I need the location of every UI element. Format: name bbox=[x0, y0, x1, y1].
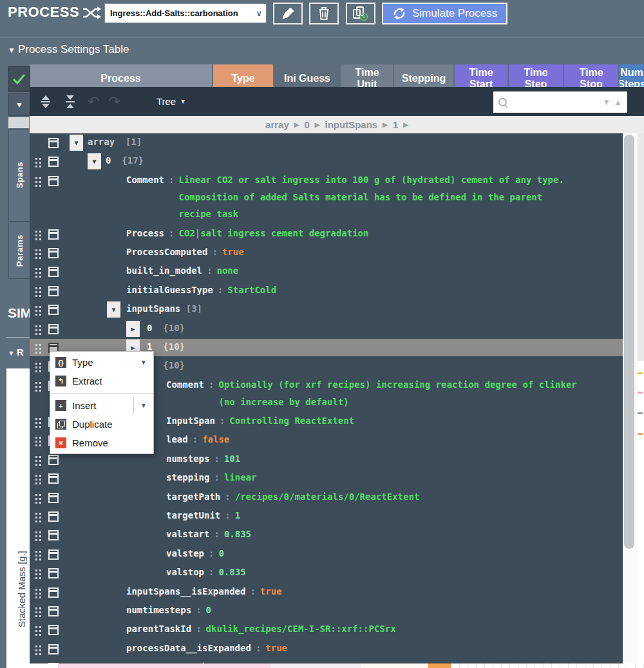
drag-handle[interactable] bbox=[35, 437, 37, 439]
row-actions-button[interactable] bbox=[48, 606, 59, 616]
row-actions-button[interactable] bbox=[48, 176, 59, 186]
drag-handle[interactable] bbox=[35, 569, 37, 571]
json-value[interactable]: ingress bbox=[200, 658, 238, 663]
collapse-node-icon[interactable]: ▼ bbox=[88, 153, 101, 169]
undo-button[interactable]: ↶ bbox=[88, 95, 99, 108]
row-actions-button[interactable] bbox=[48, 587, 59, 598]
drag-handle[interactable] bbox=[35, 456, 37, 458]
row-actions-button[interactable] bbox=[48, 530, 59, 540]
drag-handle[interactable] bbox=[35, 158, 37, 160]
drag-handle[interactable] bbox=[35, 626, 37, 628]
scrollbar-thumb[interactable] bbox=[624, 135, 634, 549]
json-value[interactable]: StartCold bbox=[227, 282, 276, 299]
drag-handle[interactable] bbox=[35, 494, 37, 496]
drag-handle[interactable] bbox=[35, 589, 37, 591]
edit-process-button[interactable] bbox=[273, 3, 303, 24]
drag-handle[interactable] bbox=[35, 287, 37, 289]
json-value[interactable]: Controlling ReactExtent bbox=[229, 412, 354, 430]
row-actions-button[interactable] bbox=[48, 138, 59, 148]
context-menu-item-insert[interactable]: +Insert▼ bbox=[50, 396, 153, 415]
search-box[interactable]: ▼ ▲ bbox=[493, 91, 628, 113]
json-value[interactable]: true bbox=[260, 583, 282, 600]
row-actions-button[interactable] bbox=[48, 248, 59, 258]
collapse-triangle-icon: ▼ bbox=[8, 46, 15, 55]
row-actions-button[interactable] bbox=[48, 568, 59, 578]
json-value[interactable]: 0 bbox=[206, 602, 211, 619]
redo-button[interactable]: ↷ bbox=[108, 95, 120, 108]
json-value[interactable]: false bbox=[202, 431, 229, 448]
process-settings-section-header[interactable]: ▼Process Settings Table bbox=[8, 43, 129, 56]
drag-handle[interactable] bbox=[35, 551, 37, 553]
collapse-node-icon[interactable]: ▼ bbox=[107, 301, 120, 318]
row-actions-button[interactable] bbox=[48, 625, 59, 635]
json-value[interactable]: dkulik_recipes/CEM-I-SR::xrf::PCSrx bbox=[206, 620, 396, 638]
row-actions-button[interactable] bbox=[48, 305, 59, 315]
select-all-cell[interactable] bbox=[8, 66, 30, 92]
drag-handle[interactable] bbox=[35, 645, 37, 647]
row-actions-button[interactable] bbox=[48, 644, 59, 654]
mode-select[interactable]: Tree ▼ bbox=[156, 96, 186, 107]
row-actions-button[interactable] bbox=[48, 267, 59, 277]
drag-handle[interactable] bbox=[35, 231, 37, 233]
json-value[interactable]: 0.835 bbox=[218, 564, 245, 581]
delete-process-button[interactable] bbox=[309, 3, 339, 24]
process-select[interactable]: Ingress::Add-Salts::carbonation ∨ bbox=[104, 3, 267, 23]
json-value[interactable]: /recipes/0/materials/0/ReactExtent bbox=[235, 488, 420, 506]
drag-handle[interactable] bbox=[35, 249, 37, 251]
drag-handle[interactable] bbox=[35, 418, 37, 420]
row-actions-button[interactable] bbox=[48, 549, 59, 560]
row-group-spans[interactable]: Spans bbox=[8, 129, 30, 222]
copy-process-button[interactable] bbox=[346, 3, 375, 24]
row-actions-button[interactable] bbox=[48, 324, 59, 334]
json-value[interactable]: true bbox=[222, 243, 244, 261]
results-section-header[interactable]: ▼ R bbox=[8, 347, 24, 358]
drag-handle[interactable] bbox=[35, 325, 37, 327]
drag-handle[interactable] bbox=[35, 268, 37, 270]
drag-handle[interactable] bbox=[35, 475, 37, 477]
search-next-icon[interactable]: ▼ bbox=[602, 97, 611, 107]
collapse-node-icon[interactable]: ▼ bbox=[70, 135, 83, 151]
breadcrumb-item[interactable]: array bbox=[265, 119, 289, 130]
row-actions-button[interactable] bbox=[48, 493, 59, 503]
json-value[interactable]: Optionally (for xrf recipes) increasing … bbox=[218, 376, 576, 410]
drag-handle[interactable] bbox=[35, 363, 37, 365]
json-value[interactable]: 0 bbox=[218, 545, 223, 562]
drag-handle[interactable] bbox=[35, 607, 37, 609]
json-value[interactable]: Linear CO2 or salt ingress into 100 g of… bbox=[178, 171, 564, 223]
row-actions-button[interactable] bbox=[48, 229, 59, 240]
expand-node-icon[interactable]: ▶ bbox=[126, 321, 140, 337]
row-actions-button[interactable] bbox=[48, 157, 59, 167]
json-key: Comment bbox=[126, 171, 164, 189]
drag-handle[interactable] bbox=[35, 513, 37, 515]
breadcrumb-item[interactable]: inputSpans bbox=[325, 119, 378, 130]
search-input[interactable] bbox=[511, 97, 599, 108]
context-menu-item-remove[interactable]: ×Remove bbox=[50, 434, 153, 452]
drag-handle[interactable] bbox=[35, 382, 37, 384]
drag-handle[interactable] bbox=[35, 306, 37, 308]
drag-handle[interactable] bbox=[35, 531, 37, 533]
json-value[interactable]: linear bbox=[224, 469, 257, 486]
breadcrumb-item[interactable]: 0 bbox=[304, 119, 309, 130]
expand-all-button[interactable] bbox=[37, 92, 54, 111]
row-expander-cell[interactable]: ▼ bbox=[8, 93, 30, 116]
row-actions-button[interactable] bbox=[48, 286, 59, 296]
row-group-params[interactable]: Params bbox=[8, 222, 30, 279]
json-value[interactable]: CO2|salt ingress cement degradation bbox=[178, 225, 368, 242]
json-value[interactable]: true bbox=[265, 640, 287, 657]
drag-handle[interactable] bbox=[35, 177, 37, 179]
context-menu-item-extract[interactable]: ↰Extract bbox=[50, 372, 153, 390]
search-prev-icon[interactable]: ▲ bbox=[614, 97, 622, 107]
json-value[interactable]: 1 bbox=[235, 507, 240, 524]
context-menu-item-duplicate[interactable]: Duplicate bbox=[50, 415, 153, 434]
context-menu-item-type[interactable]: {}Type▼ bbox=[50, 353, 153, 372]
row-actions-button[interactable] bbox=[48, 511, 59, 522]
json-value[interactable]: 101 bbox=[224, 450, 240, 468]
drag-handle[interactable] bbox=[35, 344, 37, 346]
row-actions-button[interactable] bbox=[48, 455, 59, 465]
collapse-all-button[interactable] bbox=[62, 92, 79, 111]
row-actions-button[interactable] bbox=[48, 473, 59, 484]
json-value[interactable]: none bbox=[216, 262, 238, 280]
simulate-process-button[interactable]: Simulate Process bbox=[382, 3, 507, 24]
json-value[interactable]: 0.835 bbox=[224, 526, 251, 543]
breadcrumb-item[interactable]: 1 bbox=[393, 119, 398, 130]
